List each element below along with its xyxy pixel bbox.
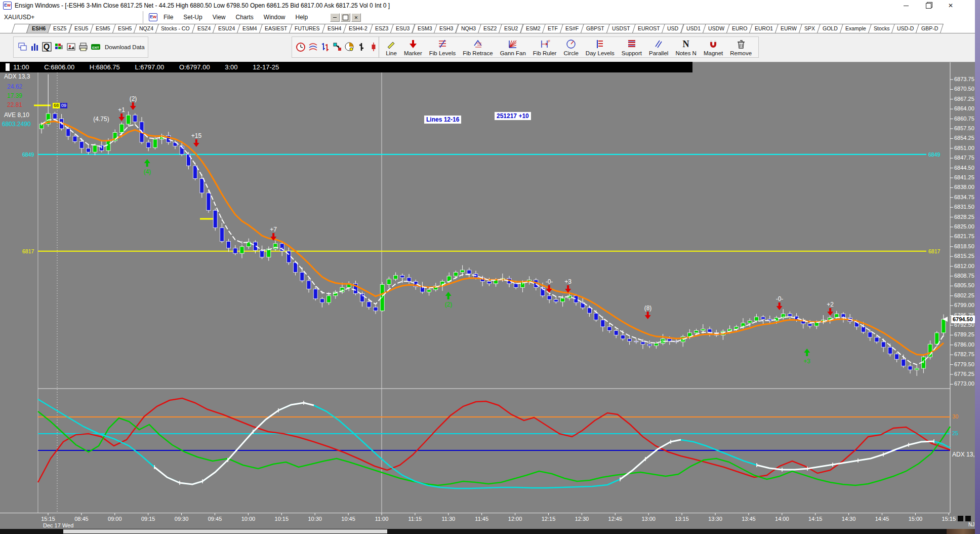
mdi-window-buttons: ✕ bbox=[330, 13, 361, 22]
info-open: O:6797.00 bbox=[179, 63, 210, 71]
menu-view[interactable]: View bbox=[208, 11, 231, 23]
info-high: H:6806.75 bbox=[90, 63, 120, 71]
close-button[interactable]: ✕ bbox=[940, 0, 962, 11]
toolbar-tools-group: LineMarkerFib LevelsFib RetraceGann FanF… bbox=[379, 36, 759, 58]
clock-icon[interactable] bbox=[295, 41, 307, 53]
quote-icon[interactable]: Q bbox=[41, 41, 53, 53]
tab-eurw[interactable]: EURW bbox=[775, 24, 802, 33]
tool-day-levels[interactable]: Day Levels bbox=[582, 37, 618, 57]
mdi-minimize-button[interactable] bbox=[330, 13, 340, 22]
svg-text:EXIT: EXIT bbox=[92, 46, 99, 49]
panel-button-1[interactable] bbox=[958, 516, 963, 521]
tool-notes-n[interactable]: NNotes N bbox=[672, 37, 700, 57]
menu-setup[interactable]: Set-Up bbox=[178, 11, 207, 23]
chart-window-icon: Ew bbox=[149, 13, 157, 21]
svg-text:N: N bbox=[683, 39, 689, 49]
print-icon[interactable] bbox=[77, 41, 90, 53]
tab-esm5[interactable]: ESM5 bbox=[90, 24, 115, 33]
tab-gbpd[interactable]: GBP-D bbox=[916, 24, 944, 33]
tool-fib-ruler[interactable]: FFib Ruler bbox=[529, 37, 560, 57]
tab-gbpst[interactable]: GBPST bbox=[581, 24, 609, 33]
tool-gann-fan[interactable]: Gann Fan bbox=[497, 37, 529, 57]
info-duration: 3:00 bbox=[225, 63, 237, 71]
tab-usdst[interactable]: USDST bbox=[606, 24, 635, 33]
tool-fib-levels[interactable]: Fib Levels bbox=[426, 37, 459, 57]
tab-nqz4[interactable]: NQZ4 bbox=[134, 24, 159, 33]
menu-help[interactable]: Help bbox=[291, 11, 313, 23]
tab-futures[interactable]: FUTURES bbox=[289, 24, 325, 33]
maximize-button[interactable] bbox=[917, 0, 940, 11]
image-icon[interactable] bbox=[65, 41, 77, 53]
compare-bars-icon[interactable] bbox=[319, 41, 332, 53]
menu-charts[interactable]: Charts bbox=[231, 11, 259, 23]
info-close: C:6806.00 bbox=[44, 63, 74, 71]
info-bar-cursor bbox=[6, 63, 10, 71]
mdi-restore-button[interactable] bbox=[341, 13, 350, 22]
tab-gold[interactable]: GOLD bbox=[817, 24, 843, 33]
waves-icon[interactable] bbox=[307, 41, 319, 53]
cascade-windows-icon[interactable] bbox=[17, 41, 29, 53]
title-bar: Ew Ensign Windows - [-ESH6 3-Min Close 6… bbox=[0, 0, 975, 11]
toolbar: QEXITDownload Data LineMarkerFib LevelsF… bbox=[0, 33, 975, 62]
tab-example[interactable]: Example bbox=[840, 24, 872, 33]
tab-stocksco[interactable]: Stocks - CO bbox=[155, 24, 195, 33]
app-window: Ew Ensign Windows - [-ESH6 3-Min Close 6… bbox=[0, 0, 980, 534]
data-grid-icon[interactable] bbox=[53, 41, 65, 53]
menu-window[interactable]: Window bbox=[259, 11, 291, 23]
tab-usdw[interactable]: USDW bbox=[703, 24, 730, 33]
exit-icon[interactable]: EXIT bbox=[90, 41, 102, 53]
window-title: Ensign Windows - [-ESH6 3-Min Close 6817… bbox=[15, 2, 390, 9]
tool-magnet[interactable]: Magnet bbox=[700, 37, 726, 57]
tab-esz5[interactable]: ESZ5 bbox=[48, 24, 72, 33]
tab-esu2[interactable]: ESU2 bbox=[499, 24, 523, 33]
mdi-close-button[interactable]: ✕ bbox=[351, 13, 361, 22]
panel-button-2[interactable] bbox=[965, 516, 971, 521]
tab-usdd[interactable]: USD-D bbox=[891, 24, 919, 33]
tab-esm4[interactable]: ESM4 bbox=[237, 24, 262, 33]
time-axis-divider bbox=[0, 513, 950, 513]
minimize-button[interactable] bbox=[895, 0, 917, 11]
tab-euro1[interactable]: EURO1 bbox=[749, 24, 779, 33]
app-icon: Ew bbox=[3, 2, 12, 10]
pie-icon[interactable] bbox=[344, 41, 356, 53]
bar-chart-icon[interactable] bbox=[29, 41, 41, 53]
menu-bar: Ew FileSet-UpViewChartsWindowHelp bbox=[146, 11, 313, 23]
tool-remove[interactable]: Remove bbox=[726, 37, 755, 57]
bar-style-icon[interactable] bbox=[356, 41, 368, 53]
tab-easiest[interactable]: EASIEST bbox=[259, 24, 293, 33]
tool-support[interactable]: Support bbox=[618, 37, 645, 57]
tab-stocks[interactable]: Stocks bbox=[868, 24, 895, 33]
tool-line[interactable]: Line bbox=[382, 37, 400, 57]
toolbar-draw-group bbox=[292, 36, 384, 58]
tab-euro[interactable]: EURO bbox=[726, 24, 753, 33]
menu-row: XAU/USD+ Ew FileSet-UpViewChartsWindowHe… bbox=[0, 11, 975, 24]
tab-nqh3[interactable]: NQH3 bbox=[456, 24, 481, 33]
chart-area[interactable] bbox=[0, 62, 975, 529]
blocks-arrow-icon[interactable] bbox=[332, 41, 344, 53]
download-data-button[interactable]: Download Data bbox=[105, 44, 145, 50]
toolbar-left-group: QEXITDownload Data bbox=[13, 36, 148, 58]
tab-esh42[interactable]: ESH4-2 bbox=[343, 24, 373, 33]
tool-marker[interactable]: Marker bbox=[400, 37, 426, 57]
tool-fib-retrace[interactable]: Fib Retrace bbox=[459, 37, 496, 57]
corner-initials: NJ bbox=[968, 522, 974, 527]
tool-parallel[interactable]: Parallel bbox=[645, 37, 672, 57]
menu-file[interactable]: File bbox=[158, 11, 178, 23]
info-time: 11:00 bbox=[13, 63, 29, 71]
ohlc-info-bar: 11:00 C:6806.00 H:6806.75 L:6797.00 O:67… bbox=[0, 62, 692, 72]
desktop-wallpaper-strip bbox=[975, 0, 980, 534]
tab-esu24[interactable]: ESU24 bbox=[213, 24, 240, 33]
tab-esu3[interactable]: ESU3 bbox=[390, 24, 415, 33]
tab-esh3[interactable]: ESH3 bbox=[434, 24, 459, 33]
tool-circle[interactable]: Circle bbox=[560, 37, 582, 57]
info-low: L:6797.00 bbox=[135, 63, 164, 71]
svg-text:F: F bbox=[548, 40, 550, 43]
info-date: 12-17-25 bbox=[253, 63, 279, 71]
chart-tab-strip: ESH6ESZ5ESU5ESM5ESH5NQZ4Stocks - COESZ4E… bbox=[0, 23, 975, 33]
tab-eurost[interactable]: EUROST bbox=[632, 24, 666, 33]
tab-usd1[interactable]: USD1 bbox=[681, 24, 706, 33]
scrollbar-thumb[interactable] bbox=[63, 529, 387, 533]
symbol-panel[interactable]: XAU/USD+ bbox=[0, 11, 143, 23]
svg-text:Q: Q bbox=[44, 43, 50, 51]
